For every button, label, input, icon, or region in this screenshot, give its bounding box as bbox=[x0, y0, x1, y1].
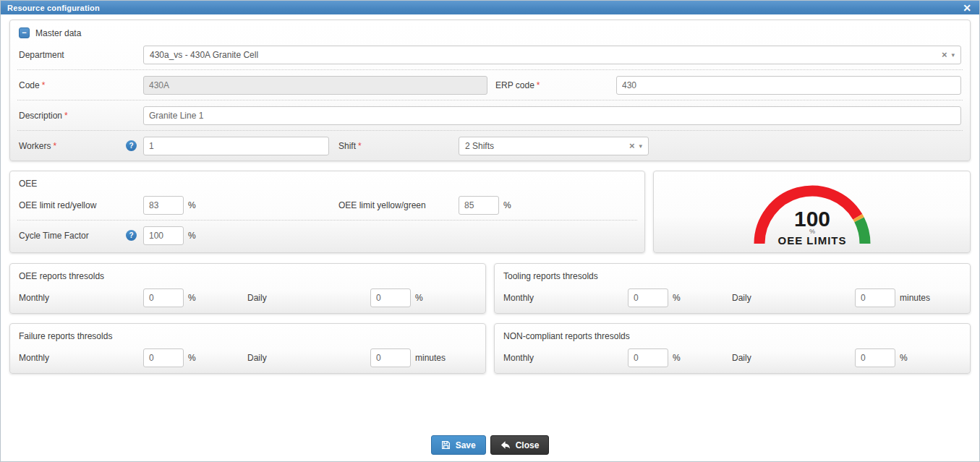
oee-panel: OEE OEE limit red/yellow % OEE limit yel… bbox=[9, 171, 645, 253]
department-select[interactable]: 430a_vs - 430A Granite Cell × ▾ bbox=[143, 46, 961, 64]
cycle-time-factor-row: Cycle Time Factor ? % bbox=[10, 221, 644, 250]
panel-title: NON-compliant reports thresolds bbox=[503, 331, 630, 341]
oee-limits-row: OEE limit red/yellow % OEE limit yellow/… bbox=[10, 190, 644, 220]
clear-icon[interactable]: × bbox=[625, 140, 639, 151]
oee-limit-yellow-green-input[interactable] bbox=[459, 196, 499, 215]
daily-label: Daily bbox=[732, 353, 855, 363]
shift-label: Shift* bbox=[338, 141, 459, 151]
close-button-label: Close bbox=[516, 440, 540, 450]
collapse-icon[interactable]: − bbox=[19, 27, 30, 38]
required-mark: * bbox=[64, 111, 68, 121]
unit-label: % bbox=[184, 293, 246, 303]
oee-limits-gauge-panel: 100 % OEE LIMITS bbox=[653, 171, 971, 253]
panel-header: NON-compliant reports thresolds bbox=[495, 324, 970, 343]
resource-configuration-dialog: Resource configuration ✕ − Master data D… bbox=[0, 0, 980, 462]
erp-code-label: ERP code* bbox=[495, 80, 616, 90]
panel-title: OEE reports thresolds bbox=[19, 271, 104, 281]
chevron-down-icon[interactable]: ▾ bbox=[951, 51, 955, 59]
threshold-row: Monthly % Daily % bbox=[10, 283, 485, 312]
close-button[interactable]: Close bbox=[490, 435, 550, 455]
cycle-time-factor-label: Cycle Time Factor bbox=[19, 231, 126, 241]
unit-label: % bbox=[415, 293, 423, 303]
workers-label: Workers* bbox=[19, 141, 126, 151]
department-value: 430a_vs - 430A Granite Cell bbox=[150, 50, 937, 60]
unit-label: % bbox=[668, 293, 730, 303]
department-row: Department 430a_vs - 430A Granite Cell ×… bbox=[10, 40, 970, 69]
code-input[interactable] bbox=[143, 76, 487, 95]
daily-label: Daily bbox=[247, 293, 370, 303]
save-button[interactable]: Save bbox=[431, 435, 486, 455]
unit-label: % bbox=[184, 353, 246, 363]
daily-input[interactable] bbox=[855, 288, 895, 307]
monthly-label: Monthly bbox=[503, 353, 628, 363]
unit-label: minutes bbox=[900, 293, 930, 303]
cycle-time-factor-input[interactable] bbox=[143, 226, 184, 245]
panel-header: Failure reports thresolds bbox=[10, 324, 485, 343]
dialog-titlebar: Resource configuration ✕ bbox=[1, 1, 979, 14]
code-row: Code* ERP code* bbox=[10, 70, 970, 100]
daily-label: Daily bbox=[247, 353, 370, 363]
percent-unit: % bbox=[503, 200, 511, 210]
gauge-caption: OEE LIMITS bbox=[777, 234, 846, 247]
panel-header: OEE reports thresolds bbox=[10, 264, 485, 283]
oee-gauge-svg: 100 % OEE LIMITS bbox=[725, 174, 899, 249]
monthly-label: Monthly bbox=[19, 353, 143, 363]
percent-unit: % bbox=[188, 200, 196, 210]
daily-input[interactable] bbox=[370, 348, 411, 367]
dialog-footer: Save Close bbox=[9, 435, 971, 455]
threshold-row: Monthly % Daily minutes bbox=[495, 283, 970, 312]
unit-label: minutes bbox=[415, 353, 446, 363]
save-icon bbox=[441, 440, 451, 450]
monthly-label: Monthly bbox=[503, 293, 628, 303]
required-mark: * bbox=[53, 141, 56, 151]
description-row: Description* bbox=[10, 100, 970, 130]
clear-icon[interactable]: × bbox=[937, 49, 952, 60]
monthly-input[interactable] bbox=[628, 288, 668, 307]
panel-title: Tooling reports thresolds bbox=[503, 271, 598, 281]
help-icon[interactable]: ? bbox=[126, 230, 137, 241]
description-label: Description* bbox=[19, 111, 143, 121]
panel-header: Tooling reports thresolds bbox=[495, 264, 970, 283]
workers-input[interactable] bbox=[143, 137, 329, 155]
unit-label: % bbox=[668, 353, 730, 363]
description-input[interactable] bbox=[143, 106, 961, 125]
shift-select[interactable]: 2 Shifts × ▾ bbox=[459, 137, 649, 155]
threshold-row: Monthly % Daily % bbox=[495, 343, 970, 372]
monthly-label: Monthly bbox=[19, 293, 143, 303]
oee-limit-red-yellow-label: OEE limit red/yellow bbox=[19, 200, 143, 210]
required-mark: * bbox=[42, 80, 46, 90]
chevron-down-icon[interactable]: ▾ bbox=[639, 142, 642, 150]
code-label: Code* bbox=[19, 80, 143, 90]
required-mark: * bbox=[537, 80, 540, 90]
shift-value: 2 Shifts bbox=[465, 141, 625, 151]
workers-shift-row: Workers* ? Shift* 2 Shifts × ▾ bbox=[10, 131, 970, 161]
oee-title: OEE bbox=[19, 179, 37, 189]
daily-label: Daily bbox=[732, 293, 855, 303]
non-compliant-reports-thresholds-panel: NON-compliant reports thresolds Monthly … bbox=[494, 323, 971, 374]
master-data-header: − Master data bbox=[10, 20, 970, 40]
daily-input[interactable] bbox=[855, 348, 895, 367]
unit-label: % bbox=[900, 353, 908, 363]
close-icon[interactable]: ✕ bbox=[961, 3, 973, 13]
failure-reports-thresholds-panel: Failure reports thresolds Monthly % Dail… bbox=[9, 323, 486, 374]
required-mark: * bbox=[358, 141, 362, 151]
help-icon[interactable]: ? bbox=[126, 140, 137, 151]
monthly-input[interactable] bbox=[628, 348, 668, 367]
erp-code-input[interactable] bbox=[616, 76, 961, 95]
oee-limit-red-yellow-input[interactable] bbox=[143, 196, 184, 215]
department-label: Department bbox=[19, 50, 143, 60]
panel-title: Failure reports thresolds bbox=[19, 331, 112, 341]
oee-limit-yellow-green-label: OEE limit yellow/green bbox=[338, 200, 459, 210]
back-arrow-icon bbox=[500, 440, 511, 450]
tooling-reports-thresholds-panel: Tooling reports thresolds Monthly % Dail… bbox=[494, 263, 971, 314]
monthly-input[interactable] bbox=[143, 288, 184, 307]
gauge-yellow-segment bbox=[857, 217, 858, 220]
save-button-label: Save bbox=[456, 440, 476, 450]
monthly-input[interactable] bbox=[143, 348, 184, 367]
oee-reports-thresholds-panel: OEE reports thresolds Monthly % Daily % bbox=[9, 263, 486, 314]
oee-header: OEE bbox=[10, 171, 644, 190]
dialog-title: Resource configuration bbox=[7, 4, 100, 12]
daily-input[interactable] bbox=[370, 288, 411, 307]
threshold-row: Monthly % Daily minutes bbox=[10, 343, 485, 372]
master-data-panel: − Master data Department 430a_vs - 430A … bbox=[9, 20, 971, 161]
